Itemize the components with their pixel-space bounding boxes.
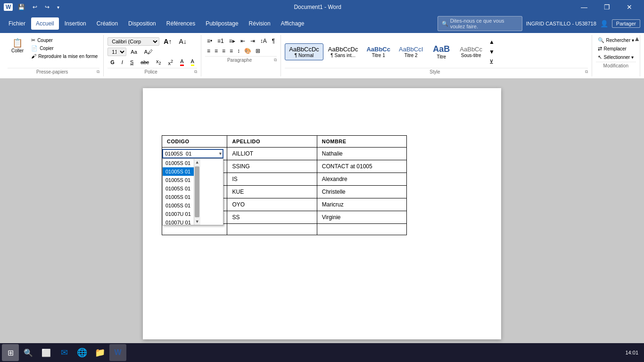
menu-references[interactable]: Références xyxy=(162,17,200,30)
justify-button[interactable]: ≡ xyxy=(228,47,235,55)
copy-button[interactable]: 📄 Copier xyxy=(29,45,99,52)
select-button[interactable]: ↖ Sélectionner ▾ xyxy=(596,54,636,61)
menu-publipostage[interactable]: Publipostage xyxy=(201,17,243,30)
replace-button[interactable]: ⇄ Remplacer xyxy=(596,45,636,52)
quick-redo[interactable]: ↪ xyxy=(42,3,52,11)
cut-button[interactable]: ✂ Couper xyxy=(29,37,99,44)
superscript-button[interactable]: x2 xyxy=(165,58,176,67)
line-spacing-button[interactable]: ↕ xyxy=(235,47,242,55)
quick-undo[interactable]: ↩ xyxy=(30,3,40,11)
style-heading2[interactable]: AaBbCcI Titre 2 xyxy=(395,44,427,60)
cell-apellido-4: KUE xyxy=(227,186,317,198)
clipboard-expand-icon[interactable]: ⧉ xyxy=(97,69,99,74)
scroll-up-arrow[interactable]: ▲ xyxy=(194,159,200,165)
bold-button[interactable]: G xyxy=(107,58,117,66)
strikethrough-button[interactable]: abc xyxy=(138,58,152,66)
filter-dropdown-list: 01005S 01 01005S 01 01005S 01 01005S 01 … xyxy=(162,158,223,225)
styles-scroll-down[interactable]: ▼ xyxy=(487,48,496,56)
dropdown-item-1[interactable]: 01005S 01 xyxy=(163,159,194,167)
clipboard-label: Presse-papiers ⧉ xyxy=(8,68,99,74)
style-expand-icon[interactable]: ⧉ xyxy=(585,69,588,74)
dropdown-item-8[interactable]: 01007U 01 xyxy=(163,218,194,225)
taskbar-mail[interactable]: ✉ xyxy=(56,344,73,361)
style-normal[interactable]: AaBbCcDc ¶ Normal xyxy=(285,43,323,61)
border-button[interactable]: ⊞ xyxy=(254,47,262,55)
style-subtitle[interactable]: AaBbCc Sous-titre xyxy=(456,44,486,60)
cell-nombre-2: CONTACT at 01005 xyxy=(317,160,406,173)
scroll-thumb[interactable] xyxy=(195,166,199,217)
taskbar-start[interactable]: ⊞ xyxy=(2,344,19,361)
quick-save[interactable]: 💾 xyxy=(16,3,27,11)
close-button[interactable]: ✕ xyxy=(619,0,640,14)
paste-button[interactable]: 📋 Coller xyxy=(8,37,27,55)
find-button[interactable]: 🔍 Rechercher ▾ xyxy=(596,37,636,44)
align-left-button[interactable]: ≡ xyxy=(205,47,212,55)
subscript-button[interactable]: x2 xyxy=(153,58,164,66)
clipboard-content: 📋 Coller ✂ Couper 📄 Copier 🖌 Reproduire … xyxy=(8,37,99,67)
shading-button[interactable]: 🎨 xyxy=(242,47,253,55)
font-name-select[interactable]: Calibri (Corp xyxy=(107,37,159,46)
dropdown-item-4[interactable]: 01005S 01 xyxy=(163,184,194,193)
scroll-down-arrow[interactable]: ▼ xyxy=(194,218,200,225)
menu-disposition[interactable]: Disposition xyxy=(124,17,161,30)
filter-input[interactable] xyxy=(162,149,223,158)
search-box[interactable]: 🔍 Dites-nous ce que vous voulez faire. xyxy=(438,16,522,31)
menu-fichier[interactable]: Fichier xyxy=(4,17,30,30)
dropdown-item-2[interactable]: 01005S 01 xyxy=(163,167,194,176)
font-size-decrease[interactable]: A↓ xyxy=(176,37,189,46)
decrease-indent-button[interactable]: ⇤ xyxy=(239,37,247,45)
table-header-row: CODIGO APELLIDO NOMBRE xyxy=(162,136,407,148)
dropdown-item-7[interactable]: 01007U 01 xyxy=(163,210,194,218)
highlight-button[interactable]: A🖊 xyxy=(141,48,156,56)
font-expand-icon[interactable]: ⧉ xyxy=(194,69,197,74)
dropdown-item-5[interactable]: 01005S 01 xyxy=(163,193,194,201)
paragraph-expand-icon[interactable]: ⧉ xyxy=(274,58,277,63)
taskbar-edge[interactable]: 🌐 xyxy=(74,344,91,361)
menu-creation[interactable]: Création xyxy=(92,17,123,30)
taskbar-task-view[interactable]: ⬜ xyxy=(38,344,55,361)
styles-more[interactable]: ⊻ xyxy=(487,58,496,66)
filter-arrow-icon[interactable]: ▼ xyxy=(218,151,223,156)
font-case-button[interactable]: Aa xyxy=(128,48,140,56)
style-no-spacing[interactable]: AaBbCcDc ¶ Sans int... xyxy=(324,44,362,60)
increase-indent-button[interactable]: ⇥ xyxy=(248,37,257,45)
style-title[interactable]: AaB Titre xyxy=(428,42,455,62)
align-center-button[interactable]: ≡ xyxy=(213,47,220,55)
style-content: AaBbCcDc ¶ Normal AaBbCcDc ¶ Sans int...… xyxy=(285,37,587,67)
share-button[interactable]: Partager xyxy=(612,19,640,28)
cell-codigo-1[interactable]: ▼ 01005S 01 01005S 01 01005S 01 01005S xyxy=(162,148,227,160)
text-highlight-button[interactable]: A xyxy=(188,58,197,67)
font-size-select[interactable]: 11 xyxy=(107,48,126,56)
style-subtitle-label: Sous-titre xyxy=(461,53,481,58)
sort-button[interactable]: ↕A xyxy=(258,37,269,45)
unordered-list-button[interactable]: ≡• xyxy=(205,37,214,45)
dropdown-item-6[interactable]: 01005S 01 xyxy=(163,201,194,210)
mod-section: 🔍 Rechercher ▾ ⇄ Remplacer ↖ Sélectionne… xyxy=(596,37,636,61)
multilevel-list-button[interactable]: ≡▸ xyxy=(227,37,237,45)
menu-accueil[interactable]: Accueil xyxy=(31,17,59,30)
search-icon: 🔍 xyxy=(442,21,448,27)
search-placeholder: Dites-nous ce que vous voulez faire. xyxy=(450,18,518,29)
ribbon-collapse-button[interactable]: ▲ xyxy=(634,35,640,42)
align-right-button[interactable]: ≡ xyxy=(220,47,227,55)
menu-affichage[interactable]: Affichage xyxy=(276,17,309,30)
ordered-list-button[interactable]: ≡1 xyxy=(215,37,226,45)
style-heading1[interactable]: AaBbCc Titre 1 xyxy=(363,44,394,60)
quick-dropdown[interactable]: ▾ xyxy=(55,4,62,11)
menu-revision[interactable]: Révision xyxy=(244,17,275,30)
taskbar-search[interactable]: 🔍 xyxy=(20,344,37,361)
format-painter-button[interactable]: 🖌 Reproduire la mise en forme xyxy=(29,53,99,59)
maximize-button[interactable]: ❐ xyxy=(596,0,618,14)
pilcrow-button[interactable]: ¶ xyxy=(270,37,277,45)
italic-button[interactable]: I xyxy=(119,58,126,66)
minimize-button[interactable]: — xyxy=(573,0,595,14)
font-color-button[interactable]: A xyxy=(177,58,186,67)
font-size-increase[interactable]: A↑ xyxy=(161,37,174,46)
styles-scroll-up[interactable]: ▲ xyxy=(487,38,496,46)
taskbar-word-app[interactable]: W xyxy=(109,344,126,361)
dropdown-item-3[interactable]: 01005S 01 xyxy=(163,176,194,184)
underline-button[interactable]: S xyxy=(127,58,136,66)
menu-insertion[interactable]: Insertion xyxy=(60,17,91,30)
taskbar-explorer[interactable]: 📁 xyxy=(91,344,108,361)
user-name: INGRID CASTILLO - U538718 xyxy=(526,21,596,26)
